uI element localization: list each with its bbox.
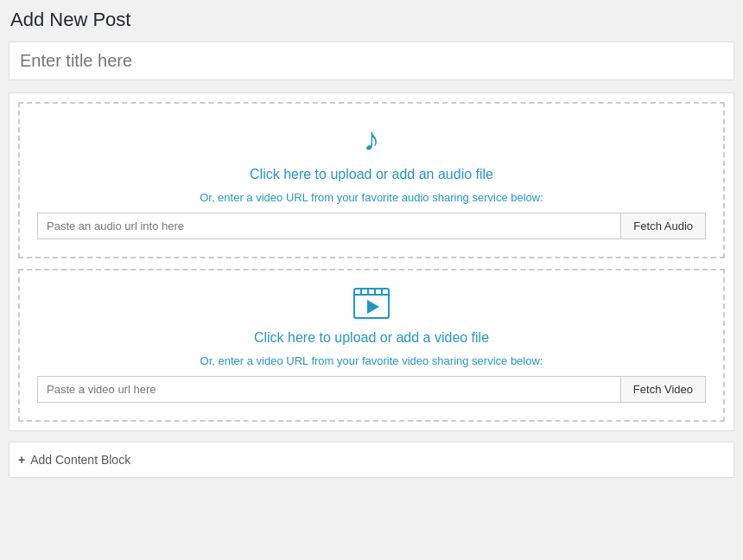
video-icon xyxy=(353,288,390,319)
audio-icon-area: ♪ xyxy=(37,121,706,158)
fetch-video-button[interactable]: Fetch Video xyxy=(620,376,706,403)
add-content-label: Add Content Block xyxy=(30,453,130,467)
audio-upload-link[interactable]: Click here to upload or add an audio fil… xyxy=(37,167,706,182)
post-title-input[interactable] xyxy=(9,41,734,80)
audio-upload-block: ♪ Click here to upload or add an audio f… xyxy=(18,102,725,258)
fetch-audio-button[interactable]: Fetch Audio xyxy=(620,213,706,239)
audio-or-text: Or, enter a video URL from your favorite… xyxy=(37,191,706,204)
video-upload-block: Click here to upload or add a video file… xyxy=(18,269,725,422)
video-upload-link[interactable]: Click here to upload or add a video file xyxy=(37,330,706,346)
page-title: Add New Post xyxy=(9,9,734,31)
page-wrapper: Add New Post ♪ Click here to upload or a… xyxy=(0,0,743,560)
video-icon-area xyxy=(37,288,706,321)
audio-url-input[interactable] xyxy=(37,213,620,239)
audio-url-row: Fetch Audio xyxy=(37,213,706,239)
video-url-row: Fetch Video xyxy=(37,376,706,403)
video-url-input[interactable] xyxy=(37,376,620,403)
video-or-text: Or, enter a video URL from your favorite… xyxy=(37,354,706,367)
content-area: ♪ Click here to upload or add an audio f… xyxy=(9,92,734,431)
plus-icon: + xyxy=(18,453,25,467)
music-icon: ♪ xyxy=(364,121,380,158)
add-content-block[interactable]: + Add Content Block xyxy=(9,442,734,478)
